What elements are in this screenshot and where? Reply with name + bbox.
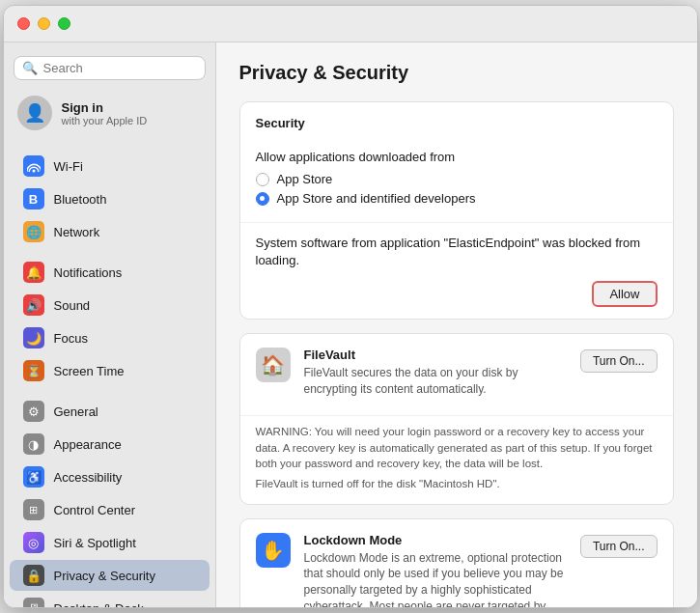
filevault-row: 🏠 FileVault FileVault secures the data o…	[240, 334, 673, 411]
page-title: Privacy & Security	[239, 62, 674, 84]
lockdown-name: Lockdown Mode	[304, 533, 567, 547]
sidebar-item-network[interactable]: 🌐 Network	[10, 216, 210, 247]
filevault-name: FileVault	[304, 348, 567, 362]
sidebar-label-controlcenter: Control Center	[54, 503, 136, 517]
bluetooth-icon: B	[23, 188, 44, 209]
blocked-text: System software from application "Elasti…	[256, 235, 658, 269]
minimize-button[interactable]	[38, 17, 50, 30]
sidebar-label-bluetooth: Bluetooth	[54, 192, 107, 207]
screentime-icon: ⏳	[23, 360, 44, 381]
search-input[interactable]	[43, 61, 197, 75]
accessibility-icon: ♿	[23, 466, 44, 488]
filevault-body: FileVault FileVault secures the data on …	[304, 348, 567, 398]
focus-icon: 🌙	[23, 327, 44, 348]
radio-appstore-label: App Store	[277, 172, 333, 186]
sidebar-label-notifications: Notifications	[54, 265, 123, 280]
security-section-label: Security	[240, 102, 673, 138]
security-section-card: Security Allow applications downloaded f…	[239, 101, 674, 320]
filevault-turn-on-button[interactable]: Turn On...	[580, 349, 658, 373]
search-box[interactable]: 🔍	[14, 56, 206, 80]
search-icon: 🔍	[22, 61, 38, 75]
sidebar-item-siri[interactable]: ◎ Siri & Spotlight	[10, 527, 210, 558]
sound-icon: 🔊	[23, 294, 44, 316]
sidebar-label-screentime: Screen Time	[54, 364, 125, 378]
user-info: Sign in with your Apple ID	[62, 100, 148, 126]
filevault-desc: FileVault secures the data on your disk …	[304, 365, 567, 398]
sidebar-item-wifi[interactable]: Wi-Fi	[10, 151, 210, 181]
sidebar-item-appearance[interactable]: ◑ Appearance	[10, 429, 210, 460]
filevault-warning-text-1: WARNING: You will need your login passwo…	[256, 424, 658, 472]
blocked-section: System software from application "Elasti…	[240, 222, 673, 319]
lockdown-row: ✋ Lockdown Mode Lockdown Mode is an extr…	[240, 519, 673, 607]
sidebar-item-privacy[interactable]: 🔒 Privacy & Security	[10, 560, 210, 591]
sidebar-label-general: General	[54, 404, 98, 419]
avatar: 👤	[17, 96, 52, 130]
lockdown-desc: Lockdown Mode is an extreme, optional pr…	[304, 550, 567, 607]
controlcenter-icon: ⊞	[23, 499, 44, 520]
appearance-icon: ◑	[23, 433, 44, 455]
filevault-warning-text-2: FileVault is turned off for the disk "Ma…	[256, 476, 658, 492]
lockdown-body: Lockdown Mode Lockdown Mode is an extrem…	[304, 533, 567, 607]
sidebar-item-notifications[interactable]: 🔔 Notifications	[10, 257, 210, 288]
sidebar-label-appearance: Appearance	[54, 437, 122, 452]
allow-downloads-section: Allow applications downloaded from App S…	[240, 138, 673, 222]
sidebar-label-network: Network	[54, 225, 100, 239]
maximize-button[interactable]	[58, 17, 70, 30]
user-name: Sign in	[62, 100, 148, 115]
filevault-card: 🏠 FileVault FileVault secures the data o…	[239, 333, 674, 504]
sidebar-label-sound: Sound	[54, 298, 91, 313]
lockdown-card: ✋ Lockdown Mode Lockdown Mode is an extr…	[239, 518, 674, 607]
sidebar-label-focus: Focus	[54, 331, 88, 346]
lockdown-turn-on-button[interactable]: Turn On...	[580, 535, 658, 558]
wifi-icon	[23, 155, 44, 177]
sidebar: 🔍 👤 Sign in with your Apple ID Wi-Fi	[4, 42, 216, 607]
main-content: Privacy & Security Security Allow applic…	[216, 42, 697, 607]
general-icon: ⚙	[23, 401, 44, 422]
notifications-icon: 🔔	[23, 262, 44, 283]
privacy-icon: 🔒	[23, 565, 44, 586]
sidebar-item-screentime[interactable]: ⏳ Screen Time	[10, 355, 210, 386]
sidebar-item-desktop[interactable]: 🖥 Desktop & Dock	[10, 593, 210, 607]
radio-appstore-identified[interactable]: App Store and identified developers	[256, 191, 658, 206]
sidebar-item-focus[interactable]: 🌙 Focus	[10, 322, 210, 353]
sidebar-label-accessibility: Accessibility	[54, 470, 123, 485]
sidebar-item-controlcenter[interactable]: ⊞ Control Center	[10, 494, 210, 525]
siri-icon: ◎	[23, 532, 44, 553]
radio-appstore-identified-button[interactable]	[256, 192, 269, 206]
radio-appstore-button[interactable]	[256, 173, 269, 186]
sidebar-label-privacy: Privacy & Security	[54, 569, 155, 583]
radio-appstore[interactable]: App Store	[256, 172, 658, 186]
allow-button[interactable]: Allow	[592, 281, 657, 307]
titlebar	[4, 6, 697, 42]
sidebar-item-sound[interactable]: 🔊 Sound	[10, 290, 210, 320]
network-icon: 🌐	[23, 221, 44, 242]
sidebar-item-bluetooth[interactable]: B Bluetooth	[10, 183, 210, 214]
filevault-icon: 🏠	[256, 348, 291, 382]
close-button[interactable]	[17, 17, 30, 30]
sidebar-item-general[interactable]: ⚙ General	[10, 396, 210, 427]
filevault-warning: WARNING: You will need your login passwo…	[240, 415, 673, 504]
lockdown-icon: ✋	[256, 533, 291, 568]
system-preferences-window: 🔍 👤 Sign in with your Apple ID Wi-Fi	[3, 5, 698, 608]
traffic-lights	[17, 17, 70, 30]
desktop-icon: 🖥	[23, 598, 44, 607]
allow-button-container: Allow	[256, 281, 658, 307]
sidebar-item-accessibility[interactable]: ♿ Accessibility	[10, 461, 210, 492]
sidebar-label-desktop: Desktop & Dock	[54, 601, 144, 608]
sidebar-label-siri: Siri & Spotlight	[54, 536, 136, 550]
user-profile[interactable]: 👤 Sign in with your Apple ID	[4, 90, 215, 136]
radio-appstore-identified-label: App Store and identified developers	[277, 191, 476, 206]
user-subtitle: with your Apple ID	[62, 115, 148, 126]
allow-downloads-title: Allow applications downloaded from	[256, 150, 658, 164]
sidebar-label-wifi: Wi-Fi	[54, 159, 83, 174]
content-area: 🔍 👤 Sign in with your Apple ID Wi-Fi	[4, 42, 697, 607]
